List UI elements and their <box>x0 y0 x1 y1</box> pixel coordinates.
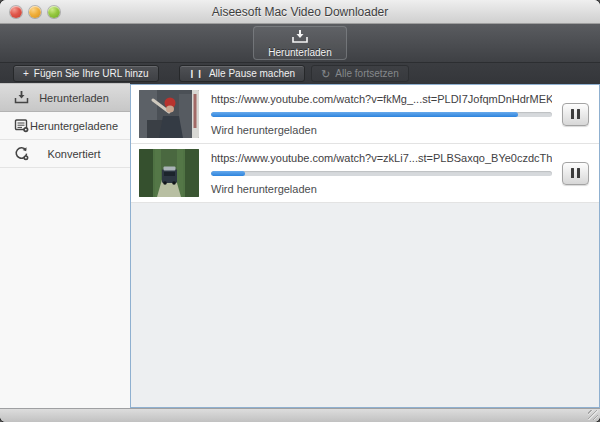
add-url-label: Fügen Sie Ihre URL hinzu <box>34 68 149 79</box>
progress-fill <box>211 112 518 117</box>
download-status: Wird heruntergeladen <box>211 183 552 195</box>
resume-all-button[interactable]: ↻ Alle fortsetzen <box>311 65 409 82</box>
window-title: Aiseesoft Mac Video Downloader <box>212 5 389 19</box>
progress-bar <box>211 171 552 176</box>
download-info: https://www.youtube.com/watch?v=fkMg_...… <box>211 93 552 136</box>
title-bar: Aiseesoft Mac Video Downloader <box>0 0 600 24</box>
resume-all-label: Alle fortsetzen <box>335 68 398 79</box>
download-list-empty-area <box>131 203 599 407</box>
pause-all-label: Alle Pause machen <box>209 68 295 79</box>
download-tray-icon <box>291 29 309 45</box>
video-thumbnail <box>139 90 199 138</box>
plus-icon: + <box>23 69 29 79</box>
download-tray-icon <box>13 89 30 106</box>
zoom-window-button[interactable] <box>48 6 60 18</box>
sidebar-item-heruntergeladene[interactable]: Heruntergeladene <box>0 112 130 140</box>
content-area: Herunterladen Heruntergeladene <box>0 84 600 408</box>
download-info: https://www.youtube.com/watch?v=zkLi7...… <box>211 152 552 195</box>
download-status: Wird heruntergeladen <box>211 124 552 136</box>
action-bar: + Fügen Sie Ihre URL hinzu ❙❙ Alle Pause… <box>0 62 600 84</box>
add-url-button[interactable]: + Fügen Sie Ihre URL hinzu <box>13 65 159 82</box>
resize-grip-icon[interactable] <box>588 410 598 420</box>
pause-icon <box>571 168 574 178</box>
pause-download-button[interactable] <box>562 162 589 185</box>
download-list-pane: https://www.youtube.com/watch?v=fkMg_...… <box>130 84 600 408</box>
toolbar-download-button[interactable]: Herunterladen <box>253 26 347 60</box>
minimize-window-button[interactable] <box>29 6 41 18</box>
close-window-button[interactable] <box>10 6 22 18</box>
progress-fill <box>211 171 245 176</box>
sidebar: Herunterladen Heruntergeladene <box>0 84 130 408</box>
main-toolbar: Herunterladen <box>0 24 600 62</box>
pause-all-button[interactable]: ❙❙ Alle Pause machen <box>179 65 306 82</box>
downloaded-list-icon <box>13 117 30 134</box>
refresh-icon: ↻ <box>321 69 330 79</box>
sidebar-item-herunterladen[interactable]: Herunterladen <box>0 83 130 112</box>
status-bar <box>0 408 600 422</box>
download-url: https://www.youtube.com/watch?v=fkMg_...… <box>211 93 552 105</box>
video-thumbnail <box>139 149 199 197</box>
convert-arrows-icon <box>13 145 30 162</box>
sidebar-item-konvertiert[interactable]: Konvertiert <box>0 140 130 168</box>
pause-download-button[interactable] <box>562 103 589 126</box>
pause-icon <box>571 109 574 119</box>
download-row[interactable]: https://www.youtube.com/watch?v=zkLi7...… <box>131 144 599 203</box>
download-url: https://www.youtube.com/watch?v=zkLi7...… <box>211 152 552 164</box>
pause-icon: ❙❙ <box>189 69 204 79</box>
app-window: Aiseesoft Mac Video Downloader Herunterl… <box>0 0 600 422</box>
traffic-lights <box>10 6 60 18</box>
download-row[interactable]: https://www.youtube.com/watch?v=fkMg_...… <box>131 85 599 144</box>
progress-bar <box>211 112 552 117</box>
toolbar-download-label: Herunterladen <box>268 47 331 58</box>
